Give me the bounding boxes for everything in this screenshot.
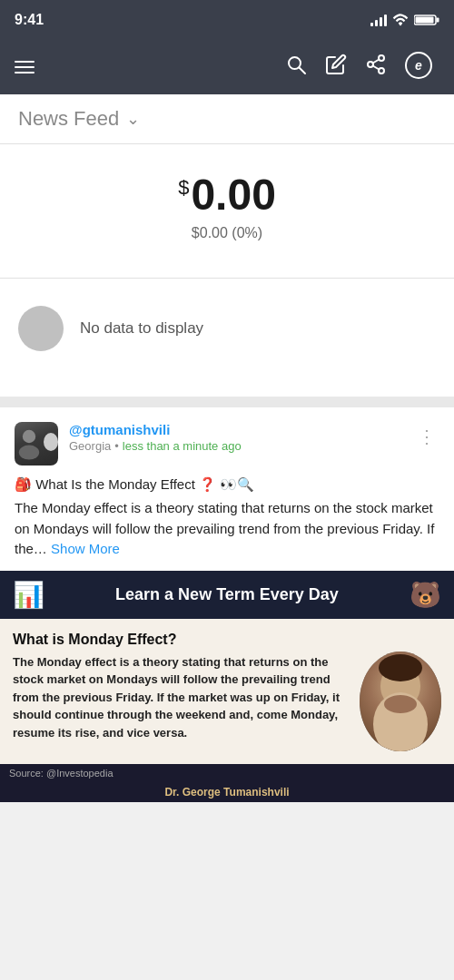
image-content: What is Monday Effect? The Monday effect… xyxy=(0,619,454,764)
avatar-inner xyxy=(360,652,441,751)
no-data-text: No data to display xyxy=(80,319,203,338)
svg-line-4 xyxy=(300,68,306,74)
post-menu-button[interactable]: ⋮ xyxy=(414,422,439,451)
post-header-left: @gtumanishvili Georgia • less than a min… xyxy=(15,422,242,466)
profile-logo-button[interactable]: e xyxy=(398,44,439,90)
signal-icon xyxy=(370,14,387,26)
image-text-block: What is Monday Effect? The Monday effect… xyxy=(13,632,349,742)
portfolio-change: $0.00 (0%) xyxy=(18,225,436,241)
image-heading: What is Monday Effect? xyxy=(13,632,349,648)
source-label: Source: @Investopedia xyxy=(9,768,114,779)
navbar: e xyxy=(0,40,454,94)
svg-point-16 xyxy=(379,654,422,681)
banner-text: Learn a New Term Every Day xyxy=(54,585,400,604)
svg-line-8 xyxy=(373,66,380,70)
post-title: 🎒 What Is the Monday Effect ❓ 👀🔍 xyxy=(15,475,439,495)
post-image: 📊 Learn a New Term Every Day 🐻 What is M… xyxy=(0,571,454,802)
share-button[interactable] xyxy=(358,46,394,88)
post-time: less than a minute ago xyxy=(123,439,242,453)
status-icons xyxy=(370,14,439,26)
section-gap xyxy=(0,397,454,407)
battery-icon xyxy=(414,14,439,26)
svg-point-12 xyxy=(23,430,35,443)
post-username[interactable]: @gtumanishvili xyxy=(69,422,242,437)
post-content: 🎒 What Is the Monday Effect ❓ 👀🔍 The Mon… xyxy=(15,475,439,571)
svg-point-13 xyxy=(19,445,39,459)
no-data-section: No data to display xyxy=(0,279,454,397)
image-source: Source: @Investopedia xyxy=(0,764,454,782)
chevron-down-icon[interactable]: ⌄ xyxy=(126,109,140,129)
post-meta: Georgia • less than a minute ago xyxy=(69,439,242,453)
status-time: 9:41 xyxy=(15,12,44,28)
svg-line-9 xyxy=(373,60,380,64)
svg-rect-2 xyxy=(437,18,439,23)
avatar-image xyxy=(15,422,58,466)
banner-right-icon: 🐻 xyxy=(410,580,441,610)
svg-text:e: e xyxy=(415,58,422,73)
meta-dot: • xyxy=(114,439,119,453)
portfolio-value: $0.00 xyxy=(18,172,436,220)
search-button[interactable] xyxy=(278,46,314,88)
post-user-info: @gtumanishvili Georgia • less than a min… xyxy=(69,422,242,453)
post-image-avatar xyxy=(360,652,441,751)
image-body: The Monday effect is a theory stating th… xyxy=(13,653,349,742)
edit-button[interactable] xyxy=(318,46,354,88)
show-more-button[interactable]: Show More xyxy=(51,541,120,556)
menu-button[interactable] xyxy=(15,61,35,74)
navbar-actions: e xyxy=(278,44,439,90)
status-bar: 9:41 xyxy=(0,0,454,40)
image-banner: 📊 Learn a New Term Every Day 🐻 xyxy=(0,571,454,619)
wifi-icon xyxy=(392,14,409,26)
dr-name: Dr. George Tumanishvili xyxy=(0,782,454,802)
avatar xyxy=(15,422,58,466)
banner-left-icon: 📊 xyxy=(13,580,44,610)
svg-point-17 xyxy=(384,695,417,713)
feed-header: News Feed ⌄ xyxy=(0,94,454,144)
post-card: @gtumanishvili Georgia • less than a min… xyxy=(0,407,454,571)
post-header: @gtumanishvili Georgia • less than a min… xyxy=(15,422,439,466)
svg-rect-1 xyxy=(416,17,434,24)
no-data-icon xyxy=(18,306,64,351)
currency-sign: $ xyxy=(178,176,189,199)
post-location: Georgia xyxy=(69,439,111,453)
feed-title: News Feed xyxy=(18,107,119,131)
portfolio-section: $0.00 $0.00 (0%) xyxy=(0,144,454,279)
